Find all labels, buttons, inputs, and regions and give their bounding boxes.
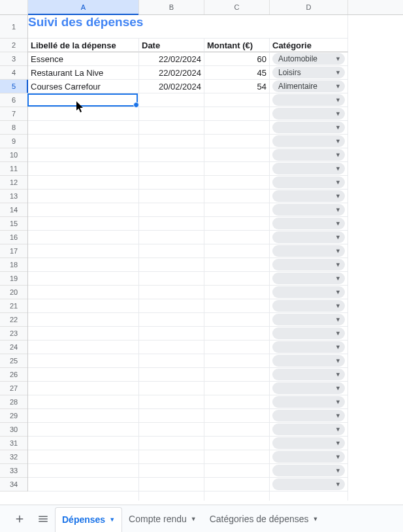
- cell[interactable]: ▼: [270, 354, 348, 368]
- cell[interactable]: ▼: [270, 231, 348, 244]
- cell[interactable]: [139, 327, 204, 341]
- row-header-28[interactable]: 28: [0, 395, 27, 409]
- cell[interactable]: [139, 93, 204, 107]
- grid[interactable]: Suivi des dépenses Libellé de la dépense…: [28, 15, 403, 505]
- cell[interactable]: [139, 162, 204, 176]
- cell[interactable]: [139, 231, 204, 244]
- cell[interactable]: ▼: [270, 286, 348, 299]
- row-header-14[interactable]: 14: [0, 203, 27, 217]
- cell[interactable]: ▼: [270, 93, 348, 107]
- cell[interactable]: ▼: [270, 162, 348, 176]
- cell[interactable]: [28, 437, 139, 450]
- cell[interactable]: [139, 121, 204, 135]
- category-chip[interactable]: ▼: [272, 410, 345, 422]
- cell[interactable]: [139, 409, 204, 423]
- cell-libelle[interactable]: Restaurant La Nive: [28, 66, 139, 80]
- cell[interactable]: [28, 258, 139, 272]
- cell[interactable]: [204, 148, 270, 162]
- cell[interactable]: [28, 450, 139, 464]
- cell[interactable]: [28, 409, 139, 423]
- cell[interactable]: [204, 382, 270, 395]
- row-header-16[interactable]: 16: [0, 231, 27, 244]
- cell[interactable]: ▼: [270, 382, 348, 395]
- row-header-8[interactable]: 8: [0, 121, 27, 135]
- cell-montant[interactable]: 45: [204, 66, 270, 80]
- header-libelle[interactable]: Libellé de la dépense: [28, 39, 139, 52]
- cell[interactable]: [204, 190, 270, 203]
- category-chip[interactable]: ▼: [272, 122, 345, 133]
- category-chip[interactable]: ▼: [272, 286, 345, 298]
- cell[interactable]: [139, 135, 204, 148]
- category-chip[interactable]: ▼: [272, 245, 345, 257]
- category-chip[interactable]: ▼: [272, 478, 345, 490]
- cell[interactable]: ▼: [270, 176, 348, 190]
- cell[interactable]: [204, 313, 270, 327]
- cell[interactable]: [28, 478, 139, 491]
- cell[interactable]: [28, 464, 139, 478]
- cell-date[interactable]: 20/02/2024: [139, 80, 204, 93]
- row-header-27[interactable]: 27: [0, 382, 27, 395]
- cell[interactable]: [139, 464, 204, 478]
- cell[interactable]: [139, 450, 204, 464]
- cell[interactable]: [28, 135, 139, 148]
- cell[interactable]: [204, 354, 270, 368]
- cell[interactable]: [28, 231, 139, 244]
- cell[interactable]: ▼: [270, 272, 348, 286]
- chevron-down-icon[interactable]: ▼: [191, 516, 197, 522]
- row-header-34[interactable]: 34: [0, 478, 27, 491]
- cell[interactable]: [204, 327, 270, 341]
- category-chip[interactable]: ▼: [272, 327, 345, 339]
- row-header-21[interactable]: 21: [0, 299, 27, 313]
- category-chip[interactable]: ▼: [272, 94, 345, 106]
- cell[interactable]: [28, 162, 139, 176]
- cell[interactable]: ▼: [270, 409, 348, 423]
- cell[interactable]: [204, 162, 270, 176]
- row-header-32[interactable]: 32: [0, 450, 27, 464]
- cell[interactable]: [204, 203, 270, 217]
- cell[interactable]: ▼: [270, 121, 348, 135]
- row-header-18[interactable]: 18: [0, 258, 27, 272]
- cell[interactable]: [139, 176, 204, 190]
- cell[interactable]: ▼: [270, 135, 348, 148]
- cell[interactable]: [204, 135, 270, 148]
- row-header-4[interactable]: 4: [0, 66, 27, 80]
- cell[interactable]: [28, 244, 139, 258]
- header-categorie[interactable]: Catégorie: [270, 39, 348, 52]
- category-chip[interactable]: ▼: [272, 259, 345, 271]
- cell[interactable]: [139, 299, 204, 313]
- cell[interactable]: ▼: [270, 327, 348, 341]
- cell[interactable]: [139, 313, 204, 327]
- cell[interactable]: [139, 423, 204, 437]
- cell[interactable]: [204, 423, 270, 437]
- cell[interactable]: [204, 450, 270, 464]
- tab-categories[interactable]: Catégories de dépenses ▼: [203, 507, 325, 531]
- row-header-20[interactable]: 20: [0, 286, 27, 299]
- category-chip[interactable]: ▼: [272, 108, 345, 120]
- row-header-25[interactable]: 25: [0, 354, 27, 368]
- row-header-11[interactable]: 11: [0, 162, 27, 176]
- cell-montant[interactable]: 60: [204, 52, 270, 66]
- cell-date[interactable]: 22/02/2024: [139, 66, 204, 80]
- cell[interactable]: ▼: [270, 437, 348, 450]
- cell[interactable]: ▼: [270, 217, 348, 231]
- cell[interactable]: ▼: [270, 464, 348, 478]
- category-chip[interactable]: ▼: [272, 163, 345, 175]
- category-chip[interactable]: ▼: [272, 355, 345, 367]
- cell[interactable]: [28, 190, 139, 203]
- cell[interactable]: [204, 286, 270, 299]
- cell[interactable]: ▼: [270, 368, 348, 382]
- cell[interactable]: [28, 354, 139, 368]
- chevron-down-icon[interactable]: ▼: [313, 516, 319, 522]
- cell[interactable]: ▼: [270, 203, 348, 217]
- col-header-B[interactable]: B: [139, 0, 204, 14]
- cell[interactable]: ▼: [270, 258, 348, 272]
- cell[interactable]: [204, 437, 270, 450]
- cell[interactable]: [139, 244, 204, 258]
- cell[interactable]: [204, 341, 270, 354]
- cell[interactable]: [28, 395, 139, 409]
- cell[interactable]: ▼: [270, 313, 348, 327]
- cell[interactable]: ▼: [270, 244, 348, 258]
- category-chip[interactable]: ▼: [272, 382, 345, 394]
- row-header-13[interactable]: 13: [0, 190, 27, 203]
- tab-compte-rendu[interactable]: Compte rendu ▼: [122, 507, 203, 531]
